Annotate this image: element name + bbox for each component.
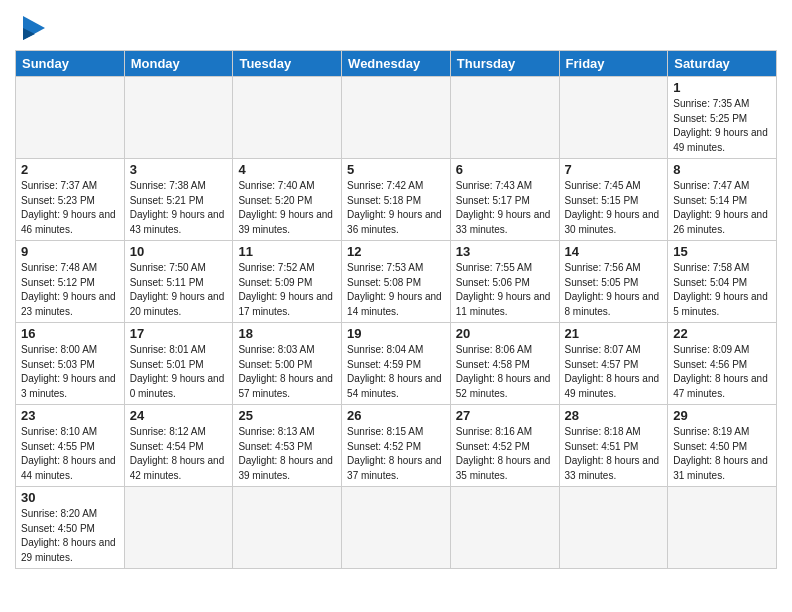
day-info: Sunrise: 7:35 AM Sunset: 5:25 PM Dayligh… bbox=[673, 97, 771, 155]
day-number: 2 bbox=[21, 162, 119, 177]
calendar-cell bbox=[342, 77, 451, 159]
day-number: 15 bbox=[673, 244, 771, 259]
calendar-cell: 9Sunrise: 7:48 AM Sunset: 5:12 PM Daylig… bbox=[16, 241, 125, 323]
day-info: Sunrise: 7:43 AM Sunset: 5:17 PM Dayligh… bbox=[456, 179, 554, 237]
day-number: 25 bbox=[238, 408, 336, 423]
calendar-week-row: 2Sunrise: 7:37 AM Sunset: 5:23 PM Daylig… bbox=[16, 159, 777, 241]
page: SundayMondayTuesdayWednesdayThursdayFrid… bbox=[0, 0, 792, 612]
calendar-week-row: 30Sunrise: 8:20 AM Sunset: 4:50 PM Dayli… bbox=[16, 487, 777, 569]
calendar-cell: 2Sunrise: 7:37 AM Sunset: 5:23 PM Daylig… bbox=[16, 159, 125, 241]
calendar-cell: 22Sunrise: 8:09 AM Sunset: 4:56 PM Dayli… bbox=[668, 323, 777, 405]
calendar-cell: 24Sunrise: 8:12 AM Sunset: 4:54 PM Dayli… bbox=[124, 405, 233, 487]
calendar-cell: 23Sunrise: 8:10 AM Sunset: 4:55 PM Dayli… bbox=[16, 405, 125, 487]
day-number: 8 bbox=[673, 162, 771, 177]
calendar-cell: 4Sunrise: 7:40 AM Sunset: 5:20 PM Daylig… bbox=[233, 159, 342, 241]
day-number: 5 bbox=[347, 162, 445, 177]
header bbox=[15, 10, 777, 42]
calendar-cell: 20Sunrise: 8:06 AM Sunset: 4:58 PM Dayli… bbox=[450, 323, 559, 405]
day-number: 17 bbox=[130, 326, 228, 341]
calendar-week-row: 16Sunrise: 8:00 AM Sunset: 5:03 PM Dayli… bbox=[16, 323, 777, 405]
day-info: Sunrise: 7:53 AM Sunset: 5:08 PM Dayligh… bbox=[347, 261, 445, 319]
day-number: 7 bbox=[565, 162, 663, 177]
day-info: Sunrise: 7:56 AM Sunset: 5:05 PM Dayligh… bbox=[565, 261, 663, 319]
calendar-cell: 26Sunrise: 8:15 AM Sunset: 4:52 PM Dayli… bbox=[342, 405, 451, 487]
day-info: Sunrise: 8:10 AM Sunset: 4:55 PM Dayligh… bbox=[21, 425, 119, 483]
day-info: Sunrise: 8:12 AM Sunset: 4:54 PM Dayligh… bbox=[130, 425, 228, 483]
day-info: Sunrise: 7:58 AM Sunset: 5:04 PM Dayligh… bbox=[673, 261, 771, 319]
weekday-header-sunday: Sunday bbox=[16, 51, 125, 77]
calendar-cell: 21Sunrise: 8:07 AM Sunset: 4:57 PM Dayli… bbox=[559, 323, 668, 405]
day-number: 28 bbox=[565, 408, 663, 423]
day-info: Sunrise: 8:19 AM Sunset: 4:50 PM Dayligh… bbox=[673, 425, 771, 483]
day-info: Sunrise: 8:00 AM Sunset: 5:03 PM Dayligh… bbox=[21, 343, 119, 401]
calendar-week-row: 9Sunrise: 7:48 AM Sunset: 5:12 PM Daylig… bbox=[16, 241, 777, 323]
calendar-cell: 16Sunrise: 8:00 AM Sunset: 5:03 PM Dayli… bbox=[16, 323, 125, 405]
calendar-cell: 27Sunrise: 8:16 AM Sunset: 4:52 PM Dayli… bbox=[450, 405, 559, 487]
calendar-week-row: 23Sunrise: 8:10 AM Sunset: 4:55 PM Dayli… bbox=[16, 405, 777, 487]
day-info: Sunrise: 7:52 AM Sunset: 5:09 PM Dayligh… bbox=[238, 261, 336, 319]
day-info: Sunrise: 8:03 AM Sunset: 5:00 PM Dayligh… bbox=[238, 343, 336, 401]
day-number: 11 bbox=[238, 244, 336, 259]
day-number: 14 bbox=[565, 244, 663, 259]
calendar-cell: 7Sunrise: 7:45 AM Sunset: 5:15 PM Daylig… bbox=[559, 159, 668, 241]
day-info: Sunrise: 8:13 AM Sunset: 4:53 PM Dayligh… bbox=[238, 425, 336, 483]
logo bbox=[15, 16, 49, 42]
day-number: 1 bbox=[673, 80, 771, 95]
weekday-header-friday: Friday bbox=[559, 51, 668, 77]
calendar-cell bbox=[342, 487, 451, 569]
weekday-header-saturday: Saturday bbox=[668, 51, 777, 77]
calendar-cell bbox=[450, 487, 559, 569]
day-number: 20 bbox=[456, 326, 554, 341]
calendar-cell bbox=[668, 487, 777, 569]
calendar-cell: 14Sunrise: 7:56 AM Sunset: 5:05 PM Dayli… bbox=[559, 241, 668, 323]
calendar-cell: 6Sunrise: 7:43 AM Sunset: 5:17 PM Daylig… bbox=[450, 159, 559, 241]
day-number: 18 bbox=[238, 326, 336, 341]
day-number: 3 bbox=[130, 162, 228, 177]
day-number: 29 bbox=[673, 408, 771, 423]
day-info: Sunrise: 8:18 AM Sunset: 4:51 PM Dayligh… bbox=[565, 425, 663, 483]
calendar-cell: 12Sunrise: 7:53 AM Sunset: 5:08 PM Dayli… bbox=[342, 241, 451, 323]
day-info: Sunrise: 8:20 AM Sunset: 4:50 PM Dayligh… bbox=[21, 507, 119, 565]
day-info: Sunrise: 7:40 AM Sunset: 5:20 PM Dayligh… bbox=[238, 179, 336, 237]
day-number: 24 bbox=[130, 408, 228, 423]
calendar-cell: 13Sunrise: 7:55 AM Sunset: 5:06 PM Dayli… bbox=[450, 241, 559, 323]
calendar-cell: 10Sunrise: 7:50 AM Sunset: 5:11 PM Dayli… bbox=[124, 241, 233, 323]
day-number: 12 bbox=[347, 244, 445, 259]
calendar-cell bbox=[450, 77, 559, 159]
day-number: 23 bbox=[21, 408, 119, 423]
weekday-header-wednesday: Wednesday bbox=[342, 51, 451, 77]
day-number: 6 bbox=[456, 162, 554, 177]
calendar-cell: 5Sunrise: 7:42 AM Sunset: 5:18 PM Daylig… bbox=[342, 159, 451, 241]
day-number: 19 bbox=[347, 326, 445, 341]
day-info: Sunrise: 7:55 AM Sunset: 5:06 PM Dayligh… bbox=[456, 261, 554, 319]
calendar-cell bbox=[233, 487, 342, 569]
weekday-header-tuesday: Tuesday bbox=[233, 51, 342, 77]
day-number: 22 bbox=[673, 326, 771, 341]
day-info: Sunrise: 7:37 AM Sunset: 5:23 PM Dayligh… bbox=[21, 179, 119, 237]
day-info: Sunrise: 8:04 AM Sunset: 4:59 PM Dayligh… bbox=[347, 343, 445, 401]
calendar-cell bbox=[16, 77, 125, 159]
calendar-cell: 18Sunrise: 8:03 AM Sunset: 5:00 PM Dayli… bbox=[233, 323, 342, 405]
day-number: 9 bbox=[21, 244, 119, 259]
calendar-table: SundayMondayTuesdayWednesdayThursdayFrid… bbox=[15, 50, 777, 569]
calendar-week-row: 1Sunrise: 7:35 AM Sunset: 5:25 PM Daylig… bbox=[16, 77, 777, 159]
day-info: Sunrise: 8:01 AM Sunset: 5:01 PM Dayligh… bbox=[130, 343, 228, 401]
day-info: Sunrise: 8:16 AM Sunset: 4:52 PM Dayligh… bbox=[456, 425, 554, 483]
calendar-cell bbox=[124, 77, 233, 159]
day-number: 4 bbox=[238, 162, 336, 177]
day-info: Sunrise: 8:15 AM Sunset: 4:52 PM Dayligh… bbox=[347, 425, 445, 483]
calendar-cell: 15Sunrise: 7:58 AM Sunset: 5:04 PM Dayli… bbox=[668, 241, 777, 323]
day-info: Sunrise: 7:45 AM Sunset: 5:15 PM Dayligh… bbox=[565, 179, 663, 237]
day-number: 27 bbox=[456, 408, 554, 423]
calendar-cell bbox=[559, 487, 668, 569]
calendar-cell: 25Sunrise: 8:13 AM Sunset: 4:53 PM Dayli… bbox=[233, 405, 342, 487]
day-info: Sunrise: 7:42 AM Sunset: 5:18 PM Dayligh… bbox=[347, 179, 445, 237]
day-number: 13 bbox=[456, 244, 554, 259]
day-info: Sunrise: 7:48 AM Sunset: 5:12 PM Dayligh… bbox=[21, 261, 119, 319]
calendar-header-row: SundayMondayTuesdayWednesdayThursdayFrid… bbox=[16, 51, 777, 77]
day-info: Sunrise: 8:09 AM Sunset: 4:56 PM Dayligh… bbox=[673, 343, 771, 401]
calendar-cell: 8Sunrise: 7:47 AM Sunset: 5:14 PM Daylig… bbox=[668, 159, 777, 241]
calendar-cell: 11Sunrise: 7:52 AM Sunset: 5:09 PM Dayli… bbox=[233, 241, 342, 323]
day-number: 21 bbox=[565, 326, 663, 341]
calendar-cell: 30Sunrise: 8:20 AM Sunset: 4:50 PM Dayli… bbox=[16, 487, 125, 569]
